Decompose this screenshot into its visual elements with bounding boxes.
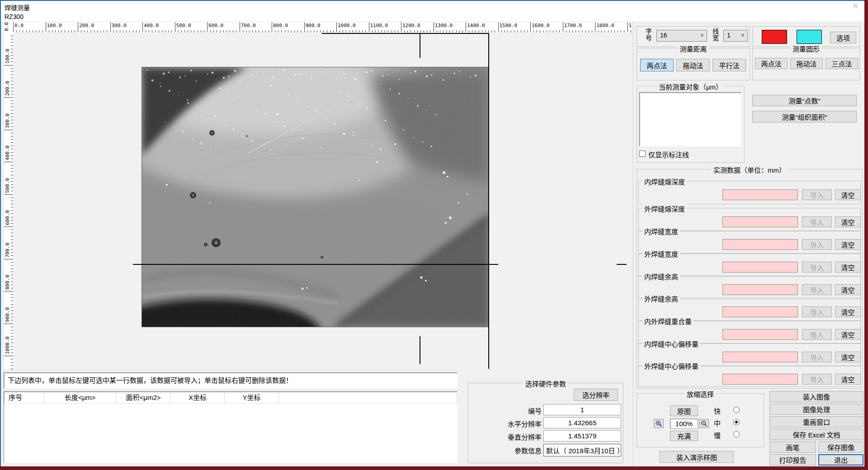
line-width-select[interactable]: 1 ∨ — [723, 30, 748, 42]
fit-button[interactable]: 充满 — [670, 431, 698, 441]
hardware-field-value[interactable]: 1.451379 — [543, 430, 621, 442]
import-button[interactable]: 导入 — [802, 329, 832, 340]
font-size-select[interactable]: 16 ∨ — [656, 30, 707, 42]
clear-button[interactable]: 清空 — [835, 239, 861, 250]
line-width-label: 线宽 — [711, 28, 720, 45]
v-ruler-label: 600.0 — [5, 207, 11, 225]
measure-points-button[interactable]: 测量“点数” — [752, 95, 857, 106]
clear-button[interactable]: 清空 — [835, 306, 861, 317]
import-button[interactable]: 导入 — [802, 352, 832, 362]
speed-label: 慢 — [714, 430, 721, 440]
h-ruler-label: 1200.0 — [402, 23, 420, 28]
window-title: 焊缝测量 — [5, 3, 30, 12]
table-header-cell[interactable]: X坐标 — [171, 392, 225, 403]
import-button[interactable]: 导入 — [802, 262, 832, 273]
distance-drag-button[interactable]: 拖动法 — [676, 59, 710, 71]
vertical-ruler: 100.0200.0300.0400.0500.0600.0700.0800.0… — [4, 33, 14, 369]
circle-drag-button[interactable]: 拖动法 — [790, 58, 823, 69]
original-size-button[interactable]: 原图 — [670, 405, 698, 416]
image-process-button[interactable]: 图像处理 — [769, 404, 863, 415]
h-ruler-label: 400.0 — [144, 23, 159, 28]
h-ruler-label: 900.0 — [306, 23, 321, 28]
hardware-field-value[interactable]: 默认（ 2018年3月10日 ） — [543, 444, 621, 456]
measured-value-input[interactable] — [722, 374, 798, 385]
measured-row-label: 外焊缝宽度 — [642, 249, 680, 258]
pen-button[interactable]: 画笔 — [769, 442, 816, 453]
measured-value-input[interactable] — [722, 239, 798, 250]
measured-value-input[interactable] — [722, 306, 798, 317]
zoom-percent-field[interactable]: 100% — [670, 418, 698, 429]
measurement-line-horizontal — [133, 264, 498, 265]
clear-button[interactable]: 清空 — [835, 329, 861, 340]
clear-button[interactable]: 清空 — [835, 374, 861, 385]
fill-color-swatch[interactable] — [797, 30, 822, 44]
clear-button[interactable]: 清空 — [835, 262, 861, 273]
clear-button[interactable]: 清空 — [835, 189, 861, 200]
exit-button[interactable]: 退出 — [818, 454, 863, 465]
clear-button[interactable]: 清空 — [835, 352, 861, 362]
circle-two-point-button[interactable]: 两点法 — [755, 58, 788, 69]
speed-radio[interactable] — [733, 431, 740, 437]
distance-parallel-button[interactable]: 平行法 — [712, 59, 746, 71]
save-excel-button[interactable]: 保存 Excel 文档 — [769, 429, 863, 440]
select-resolution-button[interactable]: 选分辨率 — [574, 389, 618, 401]
speed-radio[interactable] — [733, 419, 740, 425]
weld-measure-window: 焊缝测量 ✕ RZ300 0.0 0.0100.0200.0300.0400.0… — [0, 0, 864, 466]
close-icon[interactable]: ✕ — [850, 2, 861, 11]
measured-value-input[interactable] — [722, 352, 798, 362]
zoom-in-icon[interactable] — [654, 419, 664, 428]
table-header-cell[interactable]: Y坐标 — [225, 392, 279, 403]
hardware-field-value[interactable]: 1.432665 — [543, 417, 621, 428]
measure-distance-title: 测量距离 — [677, 44, 709, 53]
menubar: RZ300 — [1, 12, 864, 22]
load-image-button[interactable]: 装入图像 — [769, 391, 863, 402]
speed-radio[interactable] — [733, 407, 740, 413]
options-button[interactable]: 选项 — [830, 32, 856, 43]
circle-three-point-button[interactable]: 三点法 — [826, 58, 858, 69]
measure-circle-title: 测量圆形 — [790, 44, 822, 53]
measured-value-input[interactable] — [722, 189, 798, 200]
zoom-title: 放缩选择 — [684, 389, 716, 399]
measured-value-input[interactable] — [722, 284, 798, 295]
horizontal-ruler: 0.0100.0200.0300.0400.0500.0600.0700.080… — [13, 22, 632, 33]
import-button[interactable]: 导入 — [802, 374, 832, 385]
import-button[interactable]: 导入 — [802, 306, 832, 317]
image-canvas[interactable] — [13, 33, 632, 369]
save-image-button[interactable]: 保存图像 — [818, 442, 863, 453]
v-ruler-label: 300.0 — [5, 110, 11, 128]
import-button[interactable]: 导入 — [802, 239, 832, 250]
clear-button[interactable]: 清空 — [835, 284, 861, 295]
import-button[interactable]: 导入 — [802, 189, 832, 200]
only-annotation-checkbox[interactable] — [639, 150, 646, 157]
speed-label: 快 — [714, 406, 721, 415]
v-ruler-label: 800.0 — [5, 272, 11, 290]
hardware-title: 选择硬件参数 — [523, 379, 568, 388]
import-button[interactable]: 导入 — [802, 216, 832, 227]
import-button[interactable]: 导入 — [802, 284, 832, 295]
only-annotation-label: 仅显示标注线 — [648, 150, 689, 159]
h-ruler-label: 0.0 — [14, 23, 24, 28]
table-header-cell[interactable] — [279, 392, 457, 403]
redraw-window-button[interactable]: 重画窗口 — [769, 416, 863, 428]
distance-two-point-button[interactable]: 两点法 — [640, 59, 674, 71]
menu-item-rz300[interactable]: RZ300 — [5, 13, 24, 20]
measure-area-button[interactable]: 测量“组织面积” — [752, 111, 857, 122]
table-header-cell[interactable]: 长度<μm> — [44, 392, 116, 403]
clear-button[interactable]: 清空 — [835, 216, 861, 227]
measured-value-input[interactable] — [722, 216, 798, 227]
table-header-cell[interactable]: 面积<μm2> — [116, 392, 171, 403]
h-ruler-label: 500.0 — [176, 23, 191, 28]
current-object-listbox[interactable] — [639, 92, 741, 146]
measured-value-input[interactable] — [722, 329, 798, 340]
hardware-field-value[interactable]: 1 — [543, 404, 621, 415]
table-header-cell[interactable]: 序号 — [4, 392, 44, 403]
h-ruler-label: 200.0 — [79, 23, 94, 28]
v-ruler-label: 900.0 — [5, 304, 11, 322]
zoom-out-icon[interactable] — [699, 419, 709, 428]
results-table-body[interactable] — [4, 404, 457, 462]
measured-value-input[interactable] — [722, 262, 798, 273]
chevron-down-icon: ∨ — [741, 32, 745, 38]
pen-color-swatch[interactable] — [762, 30, 787, 44]
print-report-button[interactable]: 打印报告 — [769, 454, 816, 465]
load-demo-button[interactable]: 装入演示样图 — [660, 451, 734, 463]
